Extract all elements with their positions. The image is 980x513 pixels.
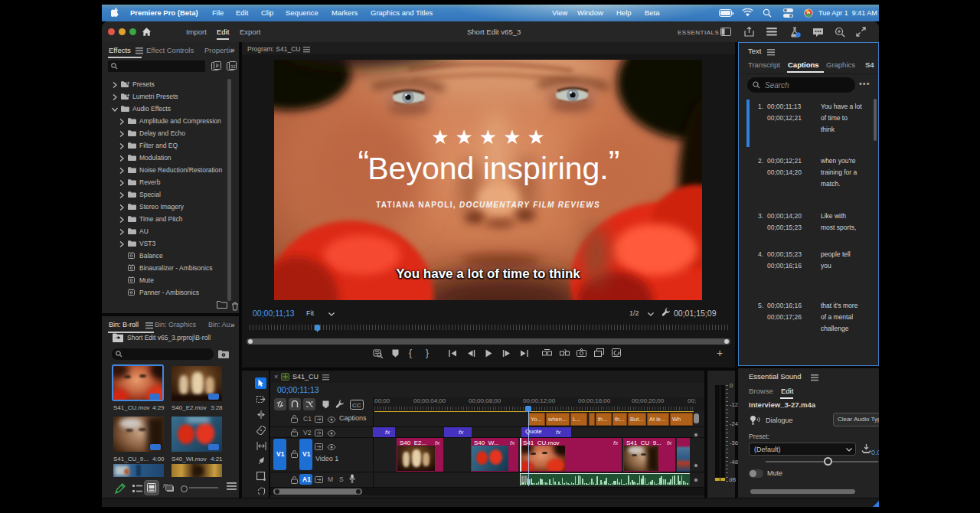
svg-text:CC: CC [352,402,361,409]
svg-text:32: 32 [230,64,236,69]
